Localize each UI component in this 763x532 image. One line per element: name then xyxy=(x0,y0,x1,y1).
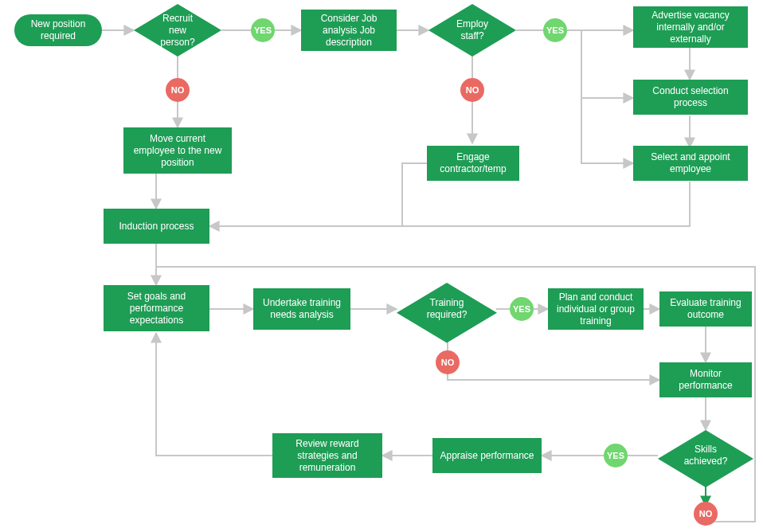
process-evaluate-label: Evaluate training outcome xyxy=(664,297,747,321)
process-move-current-label: Move current employee to the new positio… xyxy=(128,133,227,169)
decision-recruit-label: Recruit new person? xyxy=(139,13,217,49)
badge-yes-employ: YES xyxy=(543,18,567,42)
process-select-appoint: Select and appoint employee xyxy=(633,146,748,181)
process-move-current: Move current employee to the new positio… xyxy=(123,127,232,174)
decision-recruit: Recruit new person? xyxy=(134,4,221,57)
process-induction-label: Induction process xyxy=(119,221,194,233)
process-monitor-label: Monitor performance xyxy=(664,368,747,392)
process-undertake: Undertake training needs analysis xyxy=(253,288,350,330)
badge-no-skills: NO xyxy=(694,502,718,526)
process-undertake-label: Undertake training needs analysis xyxy=(258,297,346,321)
badge-yes-skills: YES xyxy=(604,444,628,467)
decision-employ: Employ staff? xyxy=(428,4,516,57)
badge-no-recruit: NO xyxy=(166,78,190,102)
process-evaluate: Evaluate training outcome xyxy=(659,291,752,327)
process-engage: Engage contractor/temp xyxy=(427,146,519,181)
badge-yes-training: YES xyxy=(510,297,534,321)
process-induction: Induction process xyxy=(104,209,209,244)
process-engage-label: Engage contractor/temp xyxy=(432,151,515,175)
process-consider-label: Consider Job analysis Job description xyxy=(306,13,392,49)
decision-skills: Skills achieved? xyxy=(658,430,753,481)
process-appraise-label: Appraise performance xyxy=(440,450,534,462)
decision-training: Training required? xyxy=(397,283,497,335)
decision-employ-label: Employ staff? xyxy=(433,18,511,42)
process-conduct-sel: Conduct selection process xyxy=(633,80,748,115)
process-monitor: Monitor performance xyxy=(659,362,752,397)
badge-no-employ: NO xyxy=(460,78,484,102)
process-plan-conduct: Plan and conduct individual or group tra… xyxy=(548,288,644,330)
process-set-goals-label: Set goals and performance expectations xyxy=(108,291,205,327)
badge-no-training: NO xyxy=(436,350,460,374)
process-advertise: Advertise vacancy internally and/or exte… xyxy=(633,6,748,48)
process-conduct-sel-label: Conduct selection process xyxy=(638,85,743,109)
process-advertise-label: Advertise vacancy internally and/or exte… xyxy=(638,10,743,45)
decision-training-label: Training required? xyxy=(401,297,492,321)
start-node: New position required xyxy=(14,14,102,46)
process-appraise: Appraise performance xyxy=(432,438,542,473)
process-review-label: Review reward strategies and remuneratio… xyxy=(277,438,378,474)
start-label: New position required xyxy=(19,18,97,42)
process-review: Review reward strategies and remuneratio… xyxy=(272,433,382,478)
process-set-goals: Set goals and performance expectations xyxy=(104,285,209,331)
process-select-appoint-label: Select and appoint employee xyxy=(638,151,743,175)
badge-yes-recruit: YES xyxy=(251,18,275,42)
decision-skills-label: Skills achieved? xyxy=(663,444,749,467)
process-consider: Consider Job analysis Job description xyxy=(301,10,397,51)
process-plan-conduct-label: Plan and conduct individual or group tra… xyxy=(553,291,639,327)
